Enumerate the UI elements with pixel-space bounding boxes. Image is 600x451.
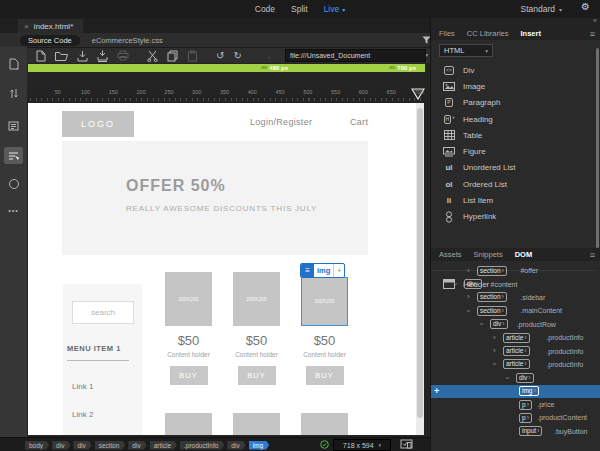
- dom-node-section#offer[interactable]: ›section›#offer: [431, 264, 600, 277]
- related-file-source-code[interactable]: Source Code: [20, 35, 80, 46]
- tab-files[interactable]: Files: [439, 29, 455, 38]
- insert-item-paragraph[interactable]: PParagraph: [431, 95, 597, 111]
- collapse-arrow-icon[interactable]: ›: [490, 363, 498, 366]
- inspect-mode-icon[interactable]: [4, 175, 23, 192]
- dom-node-article.productInfo[interactable]: ›article›.productInfo: [431, 331, 600, 344]
- more-options-icon[interactable]: •••: [4, 202, 23, 219]
- breakpoint-700px[interactable]: ‹‹‹‹700 px: [316, 64, 416, 72]
- tag-selector-div[interactable]: div: [73, 441, 91, 450]
- collapse-arrow-icon[interactable]: ›: [503, 376, 511, 379]
- page-cart-link[interactable]: Cart: [350, 117, 368, 127]
- redo-icon[interactable]: ↻: [233, 49, 241, 62]
- dom-node-input.buyButton[interactable]: input›.buyButton: [431, 425, 600, 438]
- panel-menu-icon[interactable]: ≡: [590, 29, 595, 39]
- copy-icon[interactable]: [167, 49, 178, 62]
- viewport-size-dropdown[interactable]: 718 x 594 ▾: [333, 439, 391, 451]
- add-element-icon[interactable]: +: [434, 386, 439, 396]
- dom-node-div#content[interactable]: ›div›#content: [431, 277, 600, 290]
- insert-category-dropdown[interactable]: HTML ▾: [439, 44, 493, 57]
- expand-arrow-icon[interactable]: ›: [467, 293, 470, 301]
- product-image-placeholder[interactable]: [165, 413, 212, 435]
- sidebar-link-1[interactable]: Link 1: [72, 382, 93, 391]
- buy-button[interactable]: BUY: [170, 366, 208, 385]
- page-logo[interactable]: LOGO: [62, 111, 134, 137]
- sidebar-link-2[interactable]: Link 2: [72, 410, 93, 419]
- expand-arrow-icon[interactable]: ›: [467, 267, 470, 275]
- collapse-arrow-icon[interactable]: ›: [451, 283, 459, 286]
- insert-item-ordered-list[interactable]: olOrdered List: [431, 176, 597, 192]
- collapse-arrow-icon[interactable]: ›: [464, 310, 472, 313]
- product-image-placeholder[interactable]: 200X200: [301, 277, 348, 326]
- dom-node-article.productInfo[interactable]: ›article›.productInfo: [431, 344, 600, 357]
- product-image-placeholder[interactable]: [301, 413, 348, 435]
- tag-selector-article[interactable]: article: [150, 441, 177, 450]
- insert-item-hyperlink[interactable]: Hyperlink: [431, 209, 597, 225]
- page-login-link[interactable]: Login/Register: [250, 117, 312, 127]
- document-tab[interactable]: × index.html*: [18, 19, 83, 33]
- dom-node-section.mainContent[interactable]: ›section›.mainContent: [431, 304, 600, 317]
- view-mode-code[interactable]: Code: [255, 4, 275, 14]
- tab-dom[interactable]: DOM: [515, 250, 533, 259]
- document-icon[interactable]: [4, 55, 23, 72]
- expand-arrow-icon[interactable]: ›: [493, 334, 496, 342]
- insert-item-unordered-list[interactable]: ulUnordered List: [431, 160, 597, 176]
- gear-icon[interactable]: ⚙: [581, 1, 590, 12]
- offer-section[interactable]: OFFER 50% REALLY AWESOME DISCOUNTS THIS …: [62, 141, 368, 255]
- new-file-icon[interactable]: [36, 49, 46, 62]
- insert-scrollbar-thumb[interactable]: [596, 48, 599, 248]
- insert-item-div[interactable]: <>Div: [431, 62, 597, 78]
- breakpoint-480px[interactable]: ‹‹‹‹480 px: [188, 64, 288, 72]
- element-menu-icon[interactable]: ≡: [301, 264, 314, 277]
- file-transfer-icon[interactable]: [4, 85, 23, 102]
- tag-selector-div[interactable]: div: [227, 441, 245, 450]
- page-scrollbar-thumb[interactable]: [417, 108, 423, 418]
- media-query-green-bar[interactable]: ‹‹‹‹480 px‹‹‹‹700 px: [28, 64, 425, 72]
- tag-selector-div[interactable]: div: [128, 441, 146, 450]
- dom-node-article.productInfo[interactable]: ›article›.productInfo: [431, 358, 600, 371]
- tab-cc-libraries[interactable]: CC Libraries: [467, 29, 509, 38]
- undo-icon[interactable]: ↺: [216, 49, 224, 62]
- expand-arrow-icon[interactable]: ›: [493, 347, 496, 355]
- collapse-arrow-icon[interactable]: ›: [477, 323, 485, 326]
- product-image-placeholder[interactable]: 200X200: [165, 272, 212, 326]
- tag-selector-productInfo[interactable]: .productInfo: [180, 441, 224, 450]
- buy-button[interactable]: BUY: [306, 366, 344, 385]
- dom-node-img[interactable]: +img›: [431, 385, 600, 398]
- product-image-placeholder[interactable]: [233, 413, 280, 435]
- dom-node-p.price[interactable]: p›.price: [431, 398, 600, 411]
- workspace-switcher[interactable]: Standard ▾: [520, 0, 562, 18]
- product-image-placeholder[interactable]: 200X200: [233, 272, 280, 326]
- buy-button[interactable]: BUY: [238, 366, 276, 385]
- device-preview-icon[interactable]: [400, 439, 413, 450]
- dom-node-section.sidebar[interactable]: ›section›.sidebar: [431, 291, 600, 304]
- cut-icon[interactable]: [147, 49, 158, 62]
- save-all-icon[interactable]: [97, 49, 108, 62]
- dom-panel-menu-icon[interactable]: ≡: [590, 250, 595, 260]
- insert-item-image[interactable]: Image: [431, 78, 597, 94]
- tag-selector-img[interactable]: img: [249, 441, 269, 450]
- design-page[interactable]: LOGO Login/Register Cart OFFER 50% REALL…: [28, 103, 424, 435]
- view-mode-live[interactable]: Live▾: [324, 4, 346, 14]
- tab-assets[interactable]: Assets: [439, 250, 462, 259]
- view-mode-split[interactable]: Split: [291, 4, 308, 14]
- search-input[interactable]: search: [72, 301, 134, 324]
- panel-overflow-icon[interactable]: »: [593, 17, 597, 24]
- address-bar[interactable]: file:///Unsaved_Document: [285, 49, 426, 62]
- page-scrollbar[interactable]: [416, 103, 424, 435]
- tag-selector-section[interactable]: section: [95, 441, 126, 450]
- dom-node-p.productContent[interactable]: p›.productContent: [431, 411, 600, 424]
- tab-insert[interactable]: Insert: [521, 29, 541, 38]
- dom-node-div.productRow[interactable]: ›div›.productRow: [431, 318, 600, 331]
- snippets-panel-icon[interactable]: [4, 117, 23, 134]
- live-view-options-icon[interactable]: [4, 147, 23, 164]
- dom-node-div[interactable]: ›div›: [431, 371, 600, 384]
- open-file-icon[interactable]: [55, 49, 68, 62]
- add-element-icon[interactable]: +: [333, 264, 344, 277]
- insert-item-list-item[interactable]: liList Item: [431, 192, 597, 208]
- insert-item-figure[interactable]: Figure: [431, 143, 597, 159]
- insert-item-heading[interactable]: H▾Heading: [431, 111, 597, 127]
- tag-selector-body[interactable]: body: [25, 441, 49, 450]
- insert-item-table[interactable]: Table: [431, 127, 597, 143]
- related-file-ecommercestyle-css[interactable]: eCommerceStyle.css: [92, 36, 163, 45]
- element-display[interactable]: ≡img+: [300, 263, 345, 278]
